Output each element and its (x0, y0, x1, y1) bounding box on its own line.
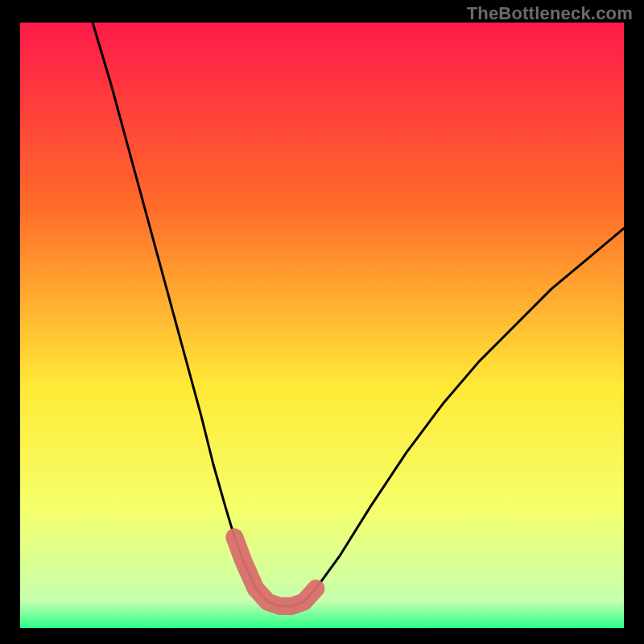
bottleneck-chart (0, 0, 644, 644)
chart-frame: TheBottleneck.com (0, 0, 644, 644)
plot-background (20, 23, 624, 628)
